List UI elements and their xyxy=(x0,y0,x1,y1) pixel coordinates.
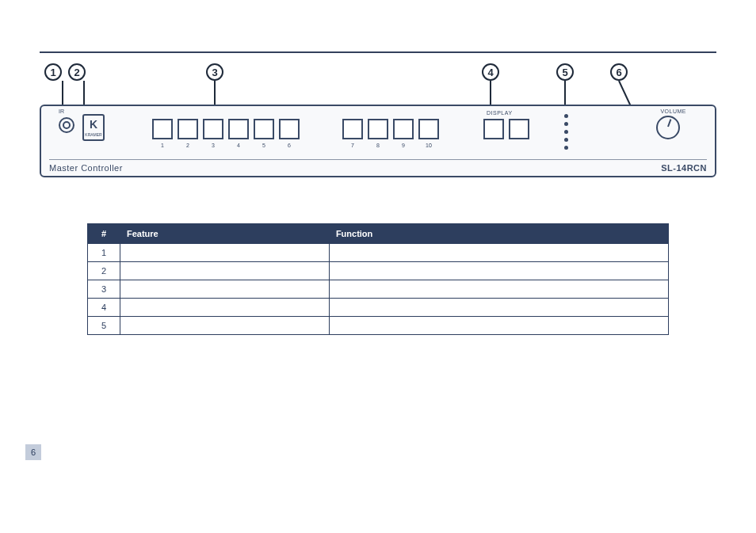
cell-num: 1 xyxy=(88,244,120,262)
button-group-2 xyxy=(342,119,439,139)
callout-5: 5 xyxy=(556,63,574,81)
led-icon xyxy=(564,138,568,142)
brand-logo-icon: K KRAMER xyxy=(82,114,105,141)
callout-label: 2 xyxy=(74,67,79,78)
cell-num: 4 xyxy=(88,299,120,317)
cell-feature xyxy=(120,299,330,317)
panel-title-left: Master Controller xyxy=(49,163,123,173)
display-button[interactable] xyxy=(483,119,504,139)
panel-button[interactable] xyxy=(393,119,414,139)
display-button-group xyxy=(483,119,529,139)
cell-function xyxy=(329,299,668,317)
button-number: 8 xyxy=(368,143,388,148)
button-number: 2 xyxy=(178,143,198,148)
display-label: DISPLAY xyxy=(487,110,513,116)
button-number: 9 xyxy=(393,143,414,148)
volume-label: VOLUME xyxy=(660,109,686,114)
front-panel-diagram: 1 2 3 4 5 6 IR K KRAMER xyxy=(40,61,716,204)
volume-knob-icon[interactable] xyxy=(656,116,680,139)
display-button[interactable] xyxy=(509,119,529,139)
table-row: 2 xyxy=(88,262,669,280)
cell-feature xyxy=(120,317,330,335)
ir-sensor-icon xyxy=(59,117,74,133)
panel-button[interactable] xyxy=(279,119,300,139)
panel-button[interactable] xyxy=(418,119,439,139)
cell-feature xyxy=(120,244,330,262)
panel-button[interactable] xyxy=(368,119,388,139)
button-number: 6 xyxy=(279,143,300,148)
cell-function xyxy=(329,280,668,299)
button-number: 5 xyxy=(254,143,274,148)
table-row: 3 xyxy=(88,280,669,299)
cell-function xyxy=(329,244,668,262)
logo-letter: K xyxy=(90,118,97,131)
button-number: 4 xyxy=(228,143,249,148)
led-icon xyxy=(564,146,568,150)
callout-3: 3 xyxy=(206,63,223,81)
led-icon xyxy=(564,122,568,126)
panel-button[interactable] xyxy=(203,119,223,139)
button-number: 10 xyxy=(418,143,439,148)
button-number: 7 xyxy=(342,143,363,148)
button-group-1 xyxy=(152,119,300,139)
table-row: 4 xyxy=(88,299,669,317)
col-header-feature: Feature xyxy=(120,224,330,244)
cell-feature xyxy=(120,280,330,299)
callout-2: 2 xyxy=(68,63,86,81)
panel-button[interactable] xyxy=(178,119,198,139)
feature-table: # Feature Function 1 2 3 4 xyxy=(87,223,669,335)
panel-button[interactable] xyxy=(254,119,274,139)
button-number: 3 xyxy=(203,143,223,148)
callout-label: 6 xyxy=(616,67,621,78)
callout-label: 4 xyxy=(487,67,493,78)
callout-label: 1 xyxy=(50,67,55,78)
panel-button[interactable] xyxy=(228,119,249,139)
led-icon xyxy=(564,130,568,134)
table-row: 1 xyxy=(88,244,669,262)
callout-4: 4 xyxy=(482,63,499,81)
button-number: 1 xyxy=(152,143,173,148)
callout-label: 5 xyxy=(562,67,567,78)
cell-num: 5 xyxy=(88,317,120,335)
cell-feature xyxy=(120,262,330,280)
cell-function xyxy=(329,262,668,280)
col-header-num: # xyxy=(88,224,120,244)
volume-led-stack xyxy=(564,114,568,150)
cell-function xyxy=(329,317,668,335)
panel-title-right: SL-14RCN xyxy=(661,163,707,173)
col-header-function: Function xyxy=(329,224,668,244)
device-panel: IR K KRAMER 1 2 3 4 5 6 xyxy=(40,105,716,177)
cell-num: 2 xyxy=(88,262,120,280)
section-divider xyxy=(40,51,716,53)
callout-label: 3 xyxy=(212,67,217,78)
ir-label: IR xyxy=(59,109,64,114)
callout-1: 1 xyxy=(44,63,62,81)
logo-sub: KRAMER xyxy=(84,133,103,137)
cell-num: 3 xyxy=(88,280,120,299)
panel-rule xyxy=(49,159,707,160)
led-icon xyxy=(564,114,568,118)
callout-6: 6 xyxy=(610,63,628,81)
panel-button[interactable] xyxy=(342,119,363,139)
panel-button[interactable] xyxy=(152,119,173,139)
table-row: 5 xyxy=(88,317,669,335)
page-number: 6 xyxy=(25,444,41,460)
